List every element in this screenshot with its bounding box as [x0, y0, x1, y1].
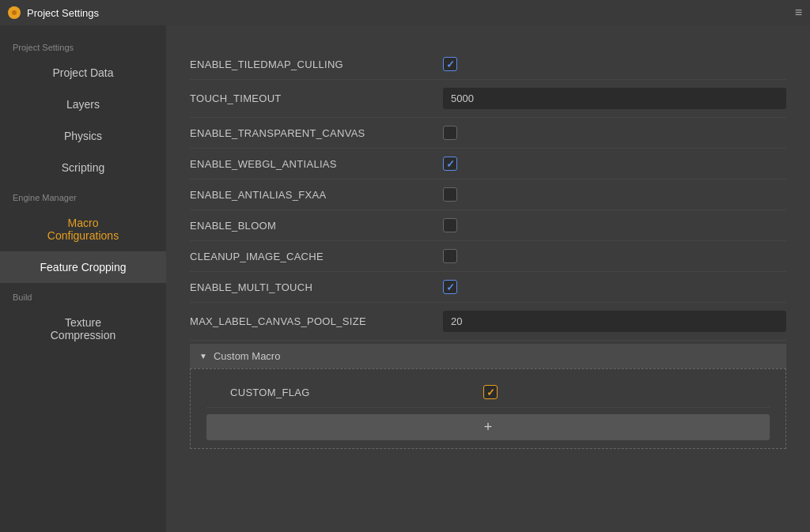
- custom-macro-header-label: Custom Macro: [214, 350, 281, 362]
- custom-macro-body: CUSTOM_FLAG +: [190, 368, 786, 449]
- title-bar: Project Settings ≡: [0, 0, 810, 25]
- title-bar-left: Project Settings: [8, 6, 99, 19]
- checkbox-enable-bloom[interactable]: [443, 218, 457, 232]
- checkbox-enable-antialias-fxaa[interactable]: [443, 187, 457, 202]
- setting-enable-bloom: ENABLE_BLOOM: [190, 210, 786, 241]
- setting-enable-webgl-antialias: ENABLE_WEBGL_ANTIALIAS: [190, 149, 786, 179]
- sidebar-item-layers[interactable]: Layers: [0, 89, 166, 120]
- input-max-label-canvas-pool-size[interactable]: [443, 311, 786, 332]
- checkbox-custom-flag[interactable]: [483, 385, 498, 399]
- setting-label-enable-transparent-canvas: ENABLE_TRANSPARENT_CANVAS: [190, 127, 443, 139]
- sidebar-item-feature-cropping[interactable]: Feature Cropping: [0, 251, 166, 283]
- svg-point-0: [12, 10, 17, 15]
- setting-cleanup-image-cache: CLEANUP_IMAGE_CACHE: [190, 241, 786, 272]
- setting-enable-multi-touch: ENABLE_MULTI_TOUCH: [190, 272, 786, 303]
- checkbox-enable-tiledmap-culling[interactable]: [443, 57, 457, 71]
- setting-label-enable-webgl-antialias: ENABLE_WEBGL_ANTIALIAS: [190, 158, 443, 170]
- content-area: ENABLE_TILEDMAP_CULLING TOUCH_TIMEOUT EN…: [166, 25, 810, 532]
- sidebar-item-macro-configurations[interactable]: MacroConfigurations: [0, 207, 166, 251]
- custom-macro-section: ▼ Custom Macro CUSTOM_FLAG +: [190, 344, 786, 449]
- setting-label-touch-timeout: TOUCH_TIMEOUT: [190, 92, 443, 104]
- sidebar-item-project-data[interactable]: Project Data: [0, 57, 166, 89]
- sidebar-section-build: Build: [0, 283, 166, 307]
- input-touch-timeout[interactable]: [443, 88, 786, 109]
- setting-label-cleanup-image-cache: CLEANUP_IMAGE_CACHE: [190, 251, 443, 262]
- sidebar-item-texture-compression[interactable]: TextureCompression: [0, 307, 166, 351]
- checkbox-enable-multi-touch[interactable]: [443, 280, 457, 294]
- sidebar-item-physics[interactable]: Physics: [0, 120, 166, 152]
- title-bar-title: Project Settings: [27, 7, 99, 19]
- setting-custom-flag: CUSTOM_FLAG: [206, 377, 770, 408]
- setting-enable-transparent-canvas: ENABLE_TRANSPARENT_CANVAS: [190, 118, 786, 149]
- sidebar-section-engine: Engine Manager: [0, 183, 166, 207]
- sidebar: Project Settings Project Data Layers Phy…: [0, 25, 166, 532]
- setting-max-label-canvas-pool-size: MAX_LABEL_CANVAS_POOL_SIZE: [190, 303, 786, 341]
- setting-label-max-label-canvas-pool-size: MAX_LABEL_CANVAS_POOL_SIZE: [190, 315, 443, 327]
- checkbox-enable-webgl-antialias[interactable]: [443, 157, 457, 171]
- collapse-arrow-icon: ▼: [199, 352, 207, 360]
- checkbox-enable-transparent-canvas[interactable]: [443, 126, 457, 140]
- sidebar-section-project: Project Settings: [0, 33, 166, 57]
- add-custom-macro-button[interactable]: +: [206, 414, 770, 440]
- checkbox-cleanup-image-cache[interactable]: [443, 249, 457, 263]
- setting-label-enable-tiledmap-culling: ENABLE_TILEDMAP_CULLING: [190, 58, 443, 70]
- hamburger-menu-icon[interactable]: ≡: [795, 6, 802, 20]
- setting-enable-tiledmap-culling: ENABLE_TILEDMAP_CULLING: [190, 49, 786, 80]
- setting-label-custom-flag: CUSTOM_FLAG: [230, 387, 483, 398]
- custom-macro-header[interactable]: ▼ Custom Macro: [190, 344, 786, 368]
- window-icon[interactable]: [8, 6, 21, 19]
- setting-label-enable-multi-touch: ENABLE_MULTI_TOUCH: [190, 281, 443, 293]
- setting-label-enable-bloom: ENABLE_BLOOM: [190, 220, 443, 232]
- main-layout: Project Settings Project Data Layers Phy…: [0, 25, 810, 532]
- setting-label-enable-antialias-fxaa: ENABLE_ANTIALIAS_FXAA: [190, 189, 443, 201]
- setting-touch-timeout: TOUCH_TIMEOUT: [190, 80, 786, 118]
- sidebar-item-scripting[interactable]: Scripting: [0, 152, 166, 183]
- setting-enable-antialias-fxaa: ENABLE_ANTIALIAS_FXAA: [190, 179, 786, 210]
